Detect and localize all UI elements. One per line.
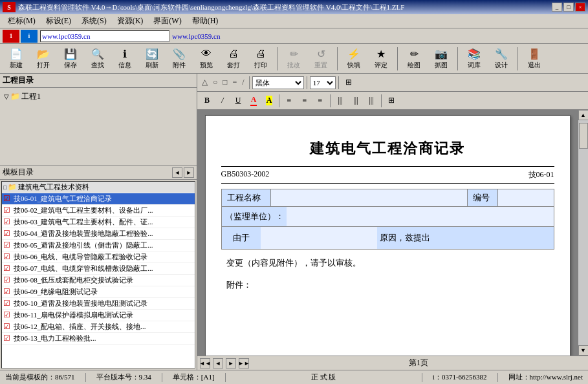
- quickfill-label: 快填: [347, 61, 360, 70]
- toolbar-separator5: [517, 47, 518, 70]
- design-icon: 🔧: [494, 48, 509, 60]
- document-standard: GB50303-2002: [221, 169, 270, 180]
- line-style2[interactable]: |||: [349, 94, 363, 108]
- toolbar-open[interactable]: 📂 打开: [31, 46, 56, 72]
- line-style3[interactable]: |||: [364, 94, 378, 108]
- page-prev-button[interactable]: ◄: [213, 358, 223, 368]
- template-list-item-6[interactable]: ☑ 技06-07_电线、电缆穿管和线槽敷设隐蔽工...: [2, 263, 195, 275]
- toolbar-reset[interactable]: ↺ 重置: [309, 46, 333, 72]
- menu-jiemian[interactable]: 界面(W): [148, 14, 186, 28]
- serial-value[interactable]: [497, 189, 554, 207]
- toolbar-separator2: [337, 47, 338, 70]
- menu-bangzhu[interactable]: 帮助(H): [187, 14, 224, 28]
- capture-icon: 📷: [433, 48, 449, 60]
- toolbar-design[interactable]: 🔧 设计: [489, 46, 514, 72]
- toolbar-capture[interactable]: 📷 抓图: [429, 46, 453, 72]
- template-status: 当前是模板的：86/571: [5, 372, 75, 382]
- template-list-item-0[interactable]: ☑ 技06-01_建筑电气工程洽商记录: [2, 193, 195, 205]
- toolbar-suitprint[interactable]: 🖨 套打: [221, 46, 246, 72]
- toolbar-evaluate[interactable]: ★ 评定: [369, 46, 393, 72]
- toolbar-new[interactable]: 📄 新建: [4, 46, 28, 72]
- scroll-up-button[interactable]: ▲: [578, 110, 589, 120]
- menu-xitong[interactable]: 系统(S): [76, 14, 112, 28]
- align-left[interactable]: ≡: [282, 94, 296, 108]
- table-insert[interactable]: ⊞: [384, 94, 398, 108]
- supervisor-value[interactable]: [287, 207, 554, 226]
- right-scrollbar: ▲ ▼: [578, 110, 588, 356]
- template-list-item-3[interactable]: ☑ 技06-04_避雷及接地装置接地隐蔽工程验验...: [2, 228, 195, 240]
- toolbar-info[interactable]: ℹ 信息: [113, 46, 137, 72]
- shape-triangle[interactable]: △: [200, 78, 210, 87]
- left-panel: 工程目录 ▽ 📁 工程1 模板目录 ◄ ► □ 📁: [0, 74, 197, 370]
- project-name-value[interactable]: [270, 189, 467, 207]
- template-list-item-9[interactable]: ☑ 技06-10_避雷及接地装置接地电阻测试记录: [2, 298, 195, 310]
- toolbar-attach[interactable]: 📎 附件: [167, 46, 191, 72]
- page-first-button[interactable]: ◄◄: [200, 358, 210, 368]
- toolbar-draw[interactable]: ✏ 绘图: [402, 46, 426, 72]
- toolbar-print[interactable]: 🖨 打印: [248, 46, 273, 72]
- address-input[interactable]: [40, 30, 169, 42]
- page-last-button[interactable]: ►►: [239, 358, 249, 368]
- scroll-down-button[interactable]: ▼: [578, 345, 589, 356]
- reason-value[interactable]: [261, 227, 377, 249]
- align-right[interactable]: ≡: [313, 94, 327, 108]
- font-size-select[interactable]: 17: [310, 76, 336, 89]
- toolbar-refresh[interactable]: 🔄 刷新: [140, 46, 164, 72]
- template-nav-next[interactable]: ►: [184, 167, 194, 178]
- menu-ziyuan[interactable]: 资源(K): [112, 14, 149, 28]
- scroll-track[interactable]: [578, 120, 589, 345]
- template-list-item-4[interactable]: ☑ 技06-05_避雷及接地引线（侧击雷）隐蔽工...: [2, 240, 195, 251]
- shape-equals[interactable]: =: [231, 78, 239, 87]
- template-list-item-8[interactable]: ☑ 技06-09_绝缘电阻测试记录: [2, 286, 195, 298]
- template-nav-prev[interactable]: ◄: [172, 167, 182, 178]
- toolbar-preview[interactable]: 👁 预览: [194, 46, 219, 72]
- shape-square[interactable]: □: [221, 78, 229, 87]
- toolbar-find[interactable]: 🔍 查找: [85, 46, 110, 72]
- template-file-icon-9: ☑: [3, 299, 12, 308]
- maximize-button[interactable]: □: [563, 3, 574, 12]
- template-list-item-7[interactable]: ☑ 技06-08_低压成套配电柜交接试验记录: [2, 275, 195, 286]
- toolbar-dictionary[interactable]: 📚 词库: [462, 46, 486, 72]
- shape-circle[interactable]: ○: [211, 78, 219, 87]
- exit-icon: 🚪: [527, 48, 542, 60]
- template-list-item-5[interactable]: ☑ 技06-06_电线、电缆导管隐蔽工程验收记录: [2, 251, 195, 263]
- align-center[interactable]: ≡: [298, 94, 312, 108]
- template-list-item-12[interactable]: ☑ 技06-13_电力工程检验批...: [2, 333, 195, 345]
- template-item-label-3: 技06-04_避雷及接地装置接地隐蔽工程验验...: [14, 229, 153, 239]
- close-button[interactable]: ×: [575, 3, 585, 12]
- template-list[interactable]: □ 📁 建筑电气工程技术资料 ☑ 技06-01_建筑电气工程洽商记录 ☑ 技06…: [1, 181, 195, 368]
- highlight-button[interactable]: A: [262, 94, 276, 108]
- toolbar-save[interactable]: 💾 保存: [58, 46, 83, 72]
- highlight-icon: A: [266, 96, 273, 105]
- menu-biaoshe[interactable]: 标设(E): [41, 14, 76, 28]
- template-list-item-1[interactable]: ☑ 技06-02_建筑电气工程主要材料、设备出厂...: [2, 205, 195, 217]
- tree-header: 工程目录: [0, 74, 197, 88]
- tree-item-root[interactable]: ▽ 📁 工程1: [3, 91, 194, 103]
- line-style1[interactable]: |||: [333, 94, 347, 108]
- template-list-item-11[interactable]: ☑ 技06-12_配电箱、插座、开关接线、接地...: [2, 321, 195, 333]
- toolbar-exit[interactable]: 🚪 退出: [522, 46, 547, 72]
- template-folder-item[interactable]: □ 📁 建筑电气工程技术资料: [2, 182, 195, 193]
- template-file-icon-11: ☑: [3, 322, 12, 332]
- refresh-label: 刷新: [146, 61, 158, 70]
- format-toolbar: △ ○ □ = / 黑体 17 ⊞: [197, 74, 588, 92]
- toolbar-revise[interactable]: ✏ 批改: [281, 46, 306, 72]
- italic-button[interactable]: /: [215, 94, 230, 108]
- font-color-button[interactable]: A: [246, 94, 261, 108]
- template-list-item-10[interactable]: ☑ 技06-11_扇电保护器模拟扇电测试记录: [2, 310, 195, 321]
- grid-button[interactable]: ⊞: [342, 76, 356, 90]
- document-scroll-area[interactable]: 建筑电气工程洽商记录 GB50303-2002 技06-01 工程名称 编号: [197, 110, 578, 356]
- toolbar-quickfill[interactable]: ⚡ 快填: [342, 46, 366, 72]
- template-item-label-9: 技06-10_避雷及接地装置接地电阻测试记录: [14, 299, 147, 308]
- bold-button[interactable]: B: [200, 94, 214, 108]
- phone: i：0371-66256382: [433, 372, 487, 382]
- font-name-select[interactable]: 黑体: [252, 76, 304, 89]
- template-list-item-2[interactable]: ☑ 技06-03_建筑电气工程主要材料、配件、证...: [2, 217, 195, 228]
- page-next-button[interactable]: ►: [226, 358, 236, 368]
- minimize-button[interactable]: _: [552, 3, 562, 12]
- menu-langbiao[interactable]: 栏标(M): [3, 14, 41, 28]
- template-file-icon-3: ☑: [3, 229, 12, 239]
- underline-button[interactable]: U: [231, 94, 245, 108]
- shape-slash[interactable]: /: [240, 78, 246, 87]
- scroll-thumb[interactable]: [579, 123, 588, 149]
